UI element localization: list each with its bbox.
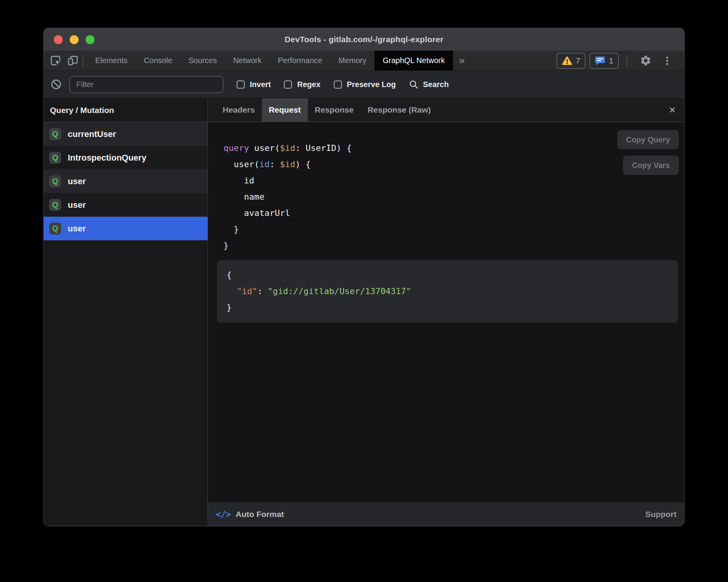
devtools-tab-label: Memory (338, 56, 366, 65)
traffic-lights (54, 28, 94, 51)
filter-checkbox-group: Regex (284, 80, 320, 89)
query-variables-box: { "id": "gid://gitlab/User/13704317"} (217, 260, 678, 323)
warnings-badge[interactable]: 7 (556, 53, 586, 69)
minimize-window-button[interactable] (70, 35, 79, 44)
query-list-item-label: currentUser (68, 129, 116, 139)
detail-tabbar-spacer (438, 98, 661, 122)
detail-tab-label: Request (269, 105, 301, 115)
query-list-panel: Query / Mutation Q currentUser Q Introsp… (44, 98, 208, 526)
devtools-tab[interactable]: Network (225, 51, 270, 70)
detail-tab[interactable]: Request (262, 98, 308, 122)
detail-tabbar: Headers Request Response Response (Raw) … (208, 98, 684, 122)
filter-checkbox[interactable] (334, 80, 342, 89)
devtools-tab-label: Network (233, 56, 261, 65)
messages-badge[interactable]: 1 (589, 53, 619, 69)
query-list: Q currentUser Q IntrospectionQuery Q use… (44, 122, 208, 240)
devtools-tab[interactable]: Sources (180, 51, 225, 70)
chevron-double-right-icon: » (459, 55, 465, 67)
query-list-item[interactable]: Q currentUser (44, 122, 208, 146)
search-icon (409, 80, 419, 89)
filterbar: Invert Regex Preserve Log Search (44, 71, 684, 98)
block-requests-icon[interactable] (51, 79, 62, 90)
devtools-tab[interactable]: Performance (270, 51, 331, 70)
toolbar-separator (82, 55, 83, 67)
code-brackets-icon: </> (216, 509, 231, 519)
main-split: Query / Mutation Q currentUser Q Introsp… (44, 98, 684, 526)
detail-tab[interactable]: Response (Raw) (361, 98, 438, 122)
warnings-count: 7 (576, 56, 580, 65)
query-list-item-label: user (68, 224, 86, 234)
device-toolbar-icon[interactable] (67, 55, 79, 66)
copy-query-button[interactable]: Copy Query (617, 130, 679, 149)
query-list-item[interactable]: Q user (44, 169, 208, 193)
detail-footer: </> Auto Format Support (208, 502, 684, 526)
devtools-tab-label: Sources (189, 56, 217, 65)
devtools-tab[interactable]: Console (136, 51, 180, 70)
query-list-header: Query / Mutation (44, 98, 208, 122)
devtools-tab[interactable]: GraphQL Network (374, 51, 453, 70)
filter-checkbox-label: Regex (297, 80, 320, 89)
more-tabs-button[interactable]: » (453, 51, 471, 70)
kebab-menu-icon (662, 55, 673, 66)
query-type-badge: Q (49, 128, 61, 140)
query-type-badge: Q (49, 152, 61, 164)
query-variables-code: { "id": "gid://gitlab/User/13704317"} (227, 267, 668, 316)
tabbar-spacer (471, 51, 556, 70)
close-window-button[interactable] (54, 35, 63, 44)
graphql-query-code: query user($id: UserID) { user(id: $id) … (223, 140, 684, 254)
devtools-tab[interactable]: Memory (330, 51, 374, 70)
detail-tab-label: Response (315, 105, 354, 115)
status-separator (627, 55, 627, 67)
search-control[interactable]: Search (409, 80, 449, 89)
search-label: Search (423, 80, 449, 89)
filter-checkbox[interactable] (237, 80, 245, 89)
filter-checkbox-group: Preserve Log (334, 80, 396, 89)
tabbar-status: 7 1 (556, 51, 684, 70)
query-list-item[interactable]: Q IntrospectionQuery (44, 146, 208, 169)
zoom-window-button[interactable] (86, 35, 94, 44)
devtools-tab-label: GraphQL Network (383, 56, 445, 65)
detail-tab[interactable]: Response (308, 98, 361, 122)
request-detail-panel: Headers Request Response Response (Raw) … (208, 98, 684, 526)
titlebar: DevTools - gitlab.com/-/graphql-explorer (44, 28, 684, 51)
query-list-item[interactable]: Q user (44, 193, 208, 217)
auto-format-label: Auto Format (236, 510, 284, 519)
devtools-tab-label: Performance (278, 56, 323, 65)
detail-tab-label: Response (Raw) (367, 105, 431, 115)
query-type-badge: Q (49, 175, 61, 187)
devtools-tabbar: Elements Console Sources Network Perform… (44, 51, 684, 71)
devtools-tab-label: Elements (95, 56, 127, 65)
window-title: DevTools - gitlab.com/-/graphql-explorer (285, 35, 443, 44)
filter-input[interactable] (69, 76, 223, 93)
more-options-button[interactable] (660, 55, 674, 66)
query-type-badge: Q (49, 223, 61, 235)
auto-format-button[interactable]: </> Auto Format (216, 509, 284, 519)
tabbar-tools (44, 51, 79, 70)
query-list-item-label: user (68, 200, 86, 210)
chat-bubble-icon (595, 56, 605, 65)
settings-button[interactable] (635, 55, 656, 67)
request-body: query user($id: UserID) { user(id: $id) … (208, 122, 684, 502)
filter-checkbox[interactable] (284, 80, 292, 89)
detail-tab-label: Headers (223, 105, 255, 115)
gear-icon (640, 55, 652, 67)
query-list-item[interactable]: Q user (44, 217, 208, 240)
query-list-item-label: IntrospectionQuery (68, 153, 146, 163)
devtools-tab[interactable]: Elements (87, 51, 136, 70)
messages-count: 1 (609, 56, 613, 65)
warning-icon (562, 56, 572, 65)
devtools-tab-label: Console (144, 56, 172, 65)
close-detail-button[interactable]: × (660, 98, 684, 122)
inspect-element-icon[interactable] (50, 55, 61, 66)
support-link[interactable]: Support (646, 510, 676, 519)
devtools-window: DevTools - gitlab.com/-/graphql-explorer… (43, 28, 685, 526)
filter-checkbox-label: Invert (250, 80, 271, 89)
query-type-badge: Q (49, 199, 61, 211)
copy-vars-button[interactable]: Copy Vars (623, 156, 679, 175)
filter-checkbox-label: Preserve Log (347, 80, 396, 89)
detail-tab[interactable]: Headers (216, 98, 262, 122)
filter-checkbox-group: Invert (237, 80, 271, 89)
close-icon: × (669, 104, 676, 116)
query-list-item-label: user (68, 176, 86, 187)
